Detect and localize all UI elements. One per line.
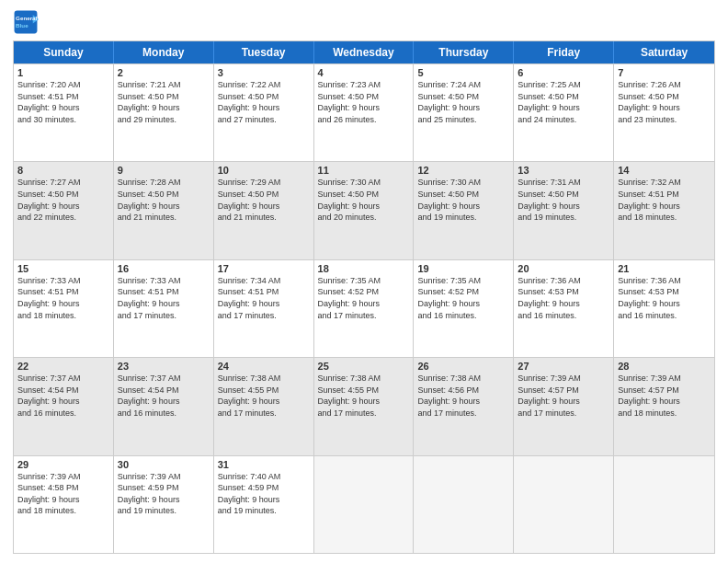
day-info: Sunrise: 7:33 AM Sunset: 4:51 PM Dayligh… (118, 275, 210, 321)
svg-text:General: General (16, 15, 37, 21)
day-info: Sunrise: 7:25 AM Sunset: 4:50 PM Dayligh… (518, 79, 609, 125)
calendar-cell: 18Sunrise: 7:35 AM Sunset: 4:52 PM Dayli… (314, 260, 415, 357)
calendar-cell: 11Sunrise: 7:30 AM Sunset: 4:50 PM Dayli… (314, 162, 415, 259)
day-number: 28 (618, 361, 711, 372)
calendar-cell (414, 456, 514, 553)
day-info: Sunrise: 7:36 AM Sunset: 4:53 PM Dayligh… (518, 275, 609, 321)
day-number: 17 (218, 263, 310, 274)
day-info: Sunrise: 7:35 AM Sunset: 4:52 PM Dayligh… (417, 275, 509, 321)
day-info: Sunrise: 7:26 AM Sunset: 4:50 PM Dayligh… (618, 79, 711, 125)
day-number: 31 (218, 459, 310, 470)
day-number: 10 (218, 165, 310, 176)
calendar-header-cell: Saturday (614, 41, 714, 63)
calendar-cell: 15Sunrise: 7:33 AM Sunset: 4:51 PM Dayli… (14, 260, 114, 357)
calendar-row: 15Sunrise: 7:33 AM Sunset: 4:51 PM Dayli… (14, 259, 714, 357)
calendar-cell: 17Sunrise: 7:34 AM Sunset: 4:51 PM Dayli… (214, 260, 314, 357)
day-number: 5 (417, 67, 509, 78)
calendar-cell: 31Sunrise: 7:40 AM Sunset: 4:59 PM Dayli… (214, 456, 314, 553)
calendar-cell: 20Sunrise: 7:36 AM Sunset: 4:53 PM Dayli… (514, 260, 614, 357)
day-info: Sunrise: 7:20 AM Sunset: 4:51 PM Dayligh… (17, 79, 109, 125)
calendar-cell (314, 456, 415, 553)
day-number: 26 (417, 361, 509, 372)
day-number: 1 (17, 67, 109, 78)
day-info: Sunrise: 7:27 AM Sunset: 4:50 PM Dayligh… (17, 177, 109, 223)
day-number: 3 (218, 67, 310, 78)
day-number: 21 (618, 263, 711, 274)
day-number: 23 (118, 361, 210, 372)
day-info: Sunrise: 7:39 AM Sunset: 4:57 PM Dayligh… (518, 373, 609, 419)
day-number: 7 (618, 67, 711, 78)
calendar-cell: 12Sunrise: 7:30 AM Sunset: 4:50 PM Dayli… (414, 162, 514, 259)
day-info: Sunrise: 7:37 AM Sunset: 4:54 PM Dayligh… (118, 373, 210, 419)
svg-text:Blue: Blue (16, 22, 28, 29)
calendar-body: 1Sunrise: 7:20 AM Sunset: 4:51 PM Daylig… (14, 63, 714, 553)
day-number: 4 (318, 67, 410, 78)
calendar: SundayMondayTuesdayWednesdayThursdayFrid… (13, 40, 715, 554)
calendar-row: 8Sunrise: 7:27 AM Sunset: 4:50 PM Daylig… (14, 161, 714, 259)
calendar-header-cell: Sunday (14, 41, 114, 63)
calendar-cell: 4Sunrise: 7:23 AM Sunset: 4:50 PM Daylig… (314, 64, 415, 161)
day-info: Sunrise: 7:23 AM Sunset: 4:50 PM Dayligh… (318, 79, 410, 125)
calendar-cell: 23Sunrise: 7:37 AM Sunset: 4:54 PM Dayli… (114, 358, 214, 454)
day-number: 8 (17, 165, 109, 176)
header: General Blue (13, 9, 715, 35)
calendar-cell: 2Sunrise: 7:21 AM Sunset: 4:50 PM Daylig… (114, 64, 214, 161)
day-info: Sunrise: 7:39 AM Sunset: 4:58 PM Dayligh… (17, 471, 109, 517)
day-info: Sunrise: 7:40 AM Sunset: 4:59 PM Dayligh… (218, 471, 310, 517)
day-number: 18 (318, 263, 410, 274)
day-info: Sunrise: 7:31 AM Sunset: 4:50 PM Dayligh… (518, 177, 609, 223)
day-info: Sunrise: 7:39 AM Sunset: 4:59 PM Dayligh… (118, 471, 210, 517)
logo-icon: General Blue (13, 9, 39, 35)
day-number: 30 (118, 459, 210, 470)
day-number: 16 (118, 263, 210, 274)
calendar-cell: 10Sunrise: 7:29 AM Sunset: 4:50 PM Dayli… (214, 162, 314, 259)
day-number: 14 (618, 165, 711, 176)
day-number: 6 (518, 67, 609, 78)
calendar-row: 1Sunrise: 7:20 AM Sunset: 4:51 PM Daylig… (14, 63, 714, 161)
calendar-cell: 3Sunrise: 7:22 AM Sunset: 4:50 PM Daylig… (214, 64, 314, 161)
calendar-header-cell: Wednesday (314, 41, 415, 63)
day-number: 20 (518, 263, 609, 274)
calendar-cell: 8Sunrise: 7:27 AM Sunset: 4:50 PM Daylig… (14, 162, 114, 259)
day-number: 13 (518, 165, 609, 176)
calendar-cell (514, 456, 614, 553)
day-info: Sunrise: 7:39 AM Sunset: 4:57 PM Dayligh… (618, 373, 711, 419)
day-info: Sunrise: 7:30 AM Sunset: 4:50 PM Dayligh… (318, 177, 410, 223)
day-number: 15 (17, 263, 109, 274)
calendar-cell: 24Sunrise: 7:38 AM Sunset: 4:55 PM Dayli… (214, 358, 314, 454)
day-number: 12 (417, 165, 509, 176)
calendar-cell: 14Sunrise: 7:32 AM Sunset: 4:51 PM Dayli… (614, 162, 714, 259)
calendar-header-cell: Tuesday (214, 41, 314, 63)
calendar-cell: 9Sunrise: 7:28 AM Sunset: 4:50 PM Daylig… (114, 162, 214, 259)
day-info: Sunrise: 7:38 AM Sunset: 4:55 PM Dayligh… (218, 373, 310, 419)
calendar-row: 29Sunrise: 7:39 AM Sunset: 4:58 PM Dayli… (14, 455, 714, 553)
calendar-cell: 30Sunrise: 7:39 AM Sunset: 4:59 PM Dayli… (114, 456, 214, 553)
calendar-header-cell: Friday (514, 41, 614, 63)
day-info: Sunrise: 7:34 AM Sunset: 4:51 PM Dayligh… (218, 275, 310, 321)
day-info: Sunrise: 7:22 AM Sunset: 4:50 PM Dayligh… (218, 79, 310, 125)
calendar-cell: 21Sunrise: 7:36 AM Sunset: 4:53 PM Dayli… (614, 260, 714, 357)
calendar-cell: 22Sunrise: 7:37 AM Sunset: 4:54 PM Dayli… (14, 358, 114, 454)
day-number: 27 (518, 361, 609, 372)
day-number: 24 (218, 361, 310, 372)
day-number: 22 (17, 361, 109, 372)
page: General Blue SundayMondayTuesdayWednesda… (0, 0, 728, 563)
day-info: Sunrise: 7:38 AM Sunset: 4:55 PM Dayligh… (318, 373, 410, 419)
calendar-cell: 6Sunrise: 7:25 AM Sunset: 4:50 PM Daylig… (514, 64, 614, 161)
calendar-header-cell: Monday (114, 41, 214, 63)
calendar-cell: 1Sunrise: 7:20 AM Sunset: 4:51 PM Daylig… (14, 64, 114, 161)
calendar-cell (614, 456, 714, 553)
calendar-cell: 29Sunrise: 7:39 AM Sunset: 4:58 PM Dayli… (14, 456, 114, 553)
day-info: Sunrise: 7:21 AM Sunset: 4:50 PM Dayligh… (118, 79, 210, 125)
day-number: 11 (318, 165, 410, 176)
day-info: Sunrise: 7:29 AM Sunset: 4:50 PM Dayligh… (218, 177, 310, 223)
day-info: Sunrise: 7:24 AM Sunset: 4:50 PM Dayligh… (417, 79, 509, 125)
calendar-row: 22Sunrise: 7:37 AM Sunset: 4:54 PM Dayli… (14, 357, 714, 454)
day-number: 9 (118, 165, 210, 176)
day-info: Sunrise: 7:38 AM Sunset: 4:56 PM Dayligh… (417, 373, 509, 419)
calendar-cell: 13Sunrise: 7:31 AM Sunset: 4:50 PM Dayli… (514, 162, 614, 259)
calendar-cell: 25Sunrise: 7:38 AM Sunset: 4:55 PM Dayli… (314, 358, 415, 454)
calendar-cell: 7Sunrise: 7:26 AM Sunset: 4:50 PM Daylig… (614, 64, 714, 161)
day-info: Sunrise: 7:33 AM Sunset: 4:51 PM Dayligh… (17, 275, 109, 321)
day-info: Sunrise: 7:32 AM Sunset: 4:51 PM Dayligh… (618, 177, 711, 223)
